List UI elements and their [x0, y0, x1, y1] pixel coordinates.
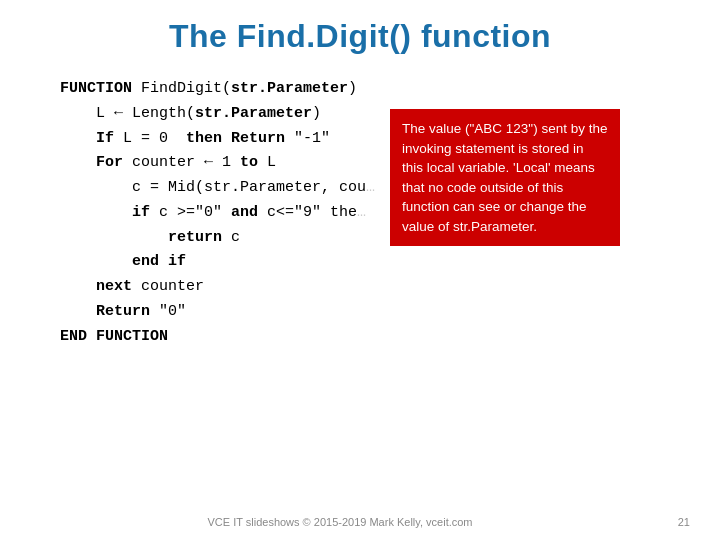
- slide: The Find.Digit() function FUNCTION FindD…: [0, 0, 720, 540]
- slide-title: The Find.Digit() function: [0, 0, 720, 69]
- footer-copyright: VCE IT slideshows © 2015-2019 Mark Kelly…: [30, 516, 650, 528]
- tooltip-box: The value ("ABC 123") sent by the invoki…: [390, 109, 620, 246]
- footer: VCE IT slideshows © 2015-2019 Mark Kelly…: [0, 516, 720, 528]
- code-section: FUNCTION FindDigit(str.Parameter) L ← Le…: [60, 77, 720, 349]
- tooltip-text: The value ("ABC 123") sent by the invoki…: [402, 121, 607, 234]
- footer-page: 21: [650, 516, 690, 528]
